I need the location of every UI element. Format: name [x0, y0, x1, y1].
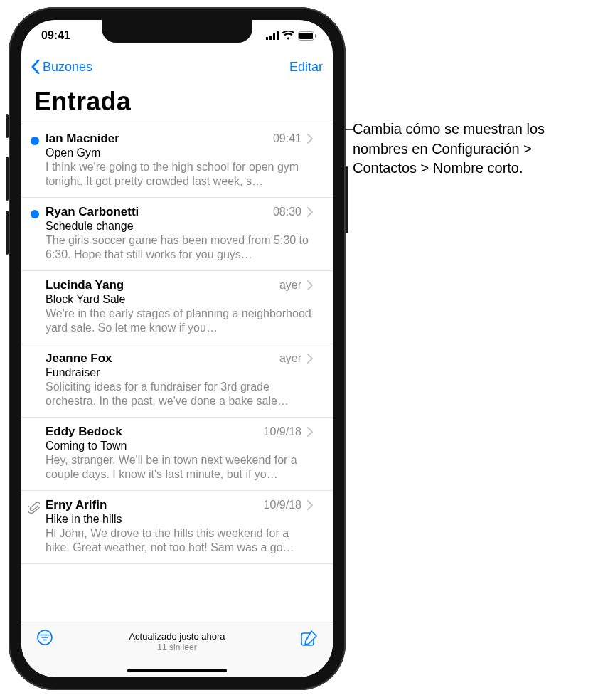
- message-time: 10/9/18: [264, 425, 301, 438]
- chevron-right-icon: [307, 280, 313, 290]
- message-subject: Schedule change: [46, 220, 313, 233]
- toolbar-status: Actualizado justo ahora: [54, 631, 300, 642]
- sender-name: Jeanne Fox: [46, 351, 112, 366]
- status-time: 09:41: [41, 29, 70, 42]
- notch: [102, 20, 252, 43]
- status-right: [266, 31, 317, 41]
- home-indicator[interactable]: [127, 669, 227, 672]
- battery-icon: [298, 31, 317, 41]
- sender-name: Erny Arifin: [46, 498, 107, 512]
- chevron-right-icon: [307, 500, 313, 510]
- toolbar-status-group: Actualizado justo ahora 11 sin leer: [54, 630, 300, 652]
- compose-button[interactable]: [300, 630, 319, 651]
- svg-rect-3: [277, 31, 279, 40]
- message-subject: Block Yard Sale: [46, 293, 313, 306]
- svg-rect-2: [273, 33, 275, 40]
- edit-button[interactable]: Editar: [289, 60, 323, 75]
- message-row[interactable]: Erny Arifin10/9/18Hike in the hillsHi Jo…: [21, 491, 333, 564]
- filter-button[interactable]: [36, 630, 54, 648]
- message-preview: Hey, stranger. We'll be in town next wee…: [46, 453, 313, 482]
- message-preview: Soliciting ideas for a fundraiser for 3r…: [46, 380, 313, 409]
- message-row[interactable]: Ian Macnider09:41Open GymI think we're g…: [21, 124, 333, 198]
- page-title: Entrada: [34, 87, 131, 117]
- message-time: ayer: [279, 352, 301, 365]
- message-row[interactable]: Jeanne FoxayerFundraiserSoliciting ideas…: [21, 344, 333, 418]
- filter-icon: [36, 630, 54, 645]
- chevron-right-icon: [307, 134, 313, 144]
- svg-rect-6: [315, 34, 316, 38]
- unread-dot-icon: [31, 210, 39, 218]
- chevron-left-icon: [31, 60, 40, 74]
- back-label: Buzones: [43, 60, 92, 75]
- callout-text: Cambia cómo se muestran los nombres en C…: [353, 120, 587, 179]
- chevron-right-icon: [307, 207, 313, 217]
- message-time: ayer: [279, 279, 301, 292]
- toolbar-substatus: 11 sin leer: [54, 642, 300, 652]
- sender-name: Lucinda Yang: [46, 278, 124, 292]
- message-row[interactable]: Lucinda YangayerBlock Yard SaleWe're in …: [21, 271, 333, 344]
- message-preview: The girls soccer game has been moved fro…: [46, 233, 313, 262]
- chevron-right-icon: [307, 427, 313, 437]
- message-time: 08:30: [273, 206, 301, 218]
- wifi-icon: [282, 31, 294, 40]
- svg-rect-5: [299, 33, 313, 39]
- message-time: 09:41: [273, 132, 301, 145]
- side-button: [346, 166, 348, 233]
- back-button[interactable]: Buzones: [31, 60, 92, 75]
- message-preview: We're in the early stages of planning a …: [46, 307, 313, 336]
- volume-down-button: [6, 211, 9, 255]
- message-row[interactable]: Eddy Bedock10/9/18Coming to TownHey, str…: [21, 418, 333, 491]
- unread-dot-icon: [31, 137, 39, 145]
- mute-switch: [6, 114, 9, 138]
- chevron-right-icon: [307, 354, 313, 364]
- message-subject: Hike in the hills: [46, 513, 313, 526]
- message-preview: I think we're going to the high school f…: [46, 160, 313, 189]
- svg-rect-0: [266, 37, 268, 40]
- sender-name: Eddy Bedock: [46, 425, 122, 439]
- message-subject: Fundraiser: [46, 366, 313, 379]
- message-subject: Coming to Town: [46, 440, 313, 452]
- message-preview: Hi John, We drove to the hills this week…: [46, 526, 313, 556]
- screen: 09:41 Buzones Editar Entrada Ian Macnide…: [21, 20, 333, 677]
- device-frame: 09:41 Buzones Editar Entrada Ian Macnide…: [9, 7, 346, 690]
- volume-up-button: [6, 157, 9, 201]
- sender-name: Ryan Carbonetti: [46, 205, 139, 219]
- nav-bar: Buzones Editar: [21, 51, 333, 83]
- sender-name: Ian Macnider: [46, 132, 119, 146]
- svg-rect-1: [269, 36, 272, 40]
- paperclip-icon: [28, 502, 40, 514]
- message-list[interactable]: Ian Macnider09:41Open GymI think we're g…: [21, 124, 333, 622]
- message-time: 10/9/18: [264, 499, 301, 511]
- cellular-icon: [266, 31, 279, 40]
- compose-icon: [300, 630, 319, 648]
- message-subject: Open Gym: [46, 147, 313, 159]
- message-row[interactable]: Ryan Carbonetti08:30Schedule changeThe g…: [21, 198, 333, 271]
